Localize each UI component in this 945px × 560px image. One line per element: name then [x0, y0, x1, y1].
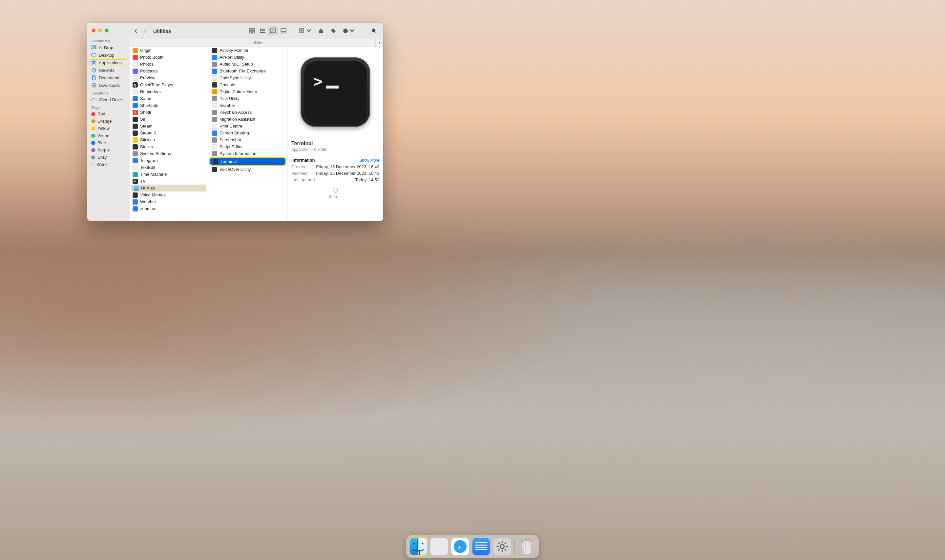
applications-item-reminders[interactable]: Reminders	[131, 88, 207, 95]
utilities-item-print-centre[interactable]: Print Centre	[209, 123, 286, 129]
view-icons-button[interactable]	[247, 26, 257, 35]
applications-item-time-machine[interactable]: Time Machine	[131, 171, 207, 178]
window-minimize-button[interactable]	[98, 29, 102, 32]
path-bar-label[interactable]: Utilities	[250, 40, 264, 45]
item-label: Stickies	[140, 137, 155, 142]
dock-finder[interactable]	[410, 538, 427, 555]
info-key: Modified	[291, 171, 307, 176]
applications-item-safari[interactable]: Safari	[131, 95, 207, 102]
applications-item-stickies[interactable]: Stickies	[131, 136, 207, 143]
sidebar-item-recents[interactable]: Recents	[89, 66, 127, 74]
applications-item-photos[interactable]: ❀Photos	[131, 61, 207, 68]
preview-info-header: Information	[291, 158, 315, 163]
sidebar-item-yellow[interactable]: Yellow	[89, 125, 127, 132]
dock-system-settings[interactable]	[493, 538, 511, 555]
path-bar: Utilities +	[129, 39, 383, 47]
sidebar-item-orange[interactable]: Orange	[89, 118, 127, 125]
applications-item-shortcuts[interactable]: Shortcuts	[131, 102, 207, 109]
utilities-item-digital-colour-meter[interactable]: Digital Colour Meter	[209, 88, 286, 95]
dock-safari[interactable]	[452, 538, 469, 555]
new-tab-button[interactable]: +	[375, 39, 383, 47]
view-switcher	[247, 26, 289, 35]
utilities-item-terminal[interactable]: Terminal	[210, 158, 285, 165]
sidebar-item-red[interactable]: Red	[89, 111, 127, 117]
item-label: QuickTime Player	[140, 82, 174, 87]
sidebar-item-documents[interactable]: Documents	[89, 74, 127, 81]
app-icon	[133, 75, 138, 81]
tags-button[interactable]	[328, 26, 339, 35]
window-close-button[interactable]	[91, 29, 96, 32]
utilities-item-airport-utility[interactable]: AirPort Utility	[209, 54, 286, 61]
app-icon	[212, 69, 217, 74]
nav-forward-button[interactable]	[141, 26, 149, 35]
item-label: Photos	[140, 62, 153, 66]
app-icon	[133, 165, 138, 170]
item-label: Stocks	[140, 144, 153, 149]
view-list-button[interactable]	[257, 26, 268, 35]
applications-item-steam[interactable]: Steam	[131, 123, 207, 129]
group-by-button[interactable]	[297, 26, 314, 35]
preview-more-button[interactable]	[291, 188, 379, 194]
applications-item-telegram[interactable]: Telegram	[131, 157, 207, 164]
applications-item-zoom-us[interactable]: zoom.us	[131, 205, 207, 212]
applications-item-quicktime-player[interactable]: QQuickTime Player	[131, 81, 207, 88]
item-label: Screenshot	[219, 137, 241, 142]
applications-item-weather[interactable]: Weather	[131, 198, 207, 205]
sidebar-item-airdrop[interactable]: AirDrop	[89, 44, 127, 51]
applications-item-shottr[interactable]: SShottr	[131, 109, 207, 116]
view-columns-button[interactable]	[268, 26, 278, 35]
sidebar-section-header: Favourites	[87, 37, 129, 44]
utilities-item-grapher[interactable]: Grapher	[209, 102, 286, 109]
applications-item-stocks[interactable]: Stocks	[131, 143, 207, 150]
applications-item-textedit[interactable]: TextEdit	[131, 164, 207, 171]
sidebar-item-label: Purple	[97, 148, 110, 152]
utilities-item-script-editor[interactable]: Script Editor	[209, 143, 286, 150]
utilities-item-colorsync-utility[interactable]: ColorSync Utility	[209, 74, 286, 81]
sidebar-item-icloud-drive[interactable]: iCloud Drive	[89, 96, 127, 103]
dock-launchpad[interactable]	[430, 538, 448, 555]
applications-item-preview[interactable]: Preview	[131, 74, 207, 81]
utilities-item-voiceover-utility[interactable]: VoiceOver Utility	[209, 166, 286, 173]
show-more-link[interactable]: Show More	[359, 158, 379, 163]
applications-item-photo-booth[interactable]: Photo Booth	[131, 54, 207, 61]
app-icon	[134, 186, 139, 191]
view-gallery-button[interactable]	[278, 26, 289, 35]
applications-item-steam-2[interactable]: Steam 2	[131, 129, 207, 136]
sidebar-item-applications[interactable]: Applications	[89, 59, 127, 66]
applications-item-system-settings[interactable]: System Settings	[131, 150, 207, 157]
utilities-item-console[interactable]: Console	[209, 81, 286, 88]
dock-reminders[interactable]	[473, 538, 490, 555]
utilities-item-system-information[interactable]: System Information	[209, 150, 286, 157]
utilities-item-keychain-access[interactable]: Keychain Access	[209, 109, 286, 116]
sidebar-item-green[interactable]: Green	[89, 132, 127, 139]
sidebar-item-gray[interactable]: Gray	[89, 154, 127, 161]
utilities-item-screenshot[interactable]: Screenshot	[209, 136, 286, 143]
applications-item-origin[interactable]: Origin	[131, 47, 207, 54]
applications-item-siri[interactable]: Siri	[131, 116, 207, 123]
utilities-item-activity-monitor[interactable]: Activity Monitor	[209, 47, 286, 54]
tag-icon	[91, 134, 95, 138]
utilities-item-screen-sharing[interactable]: Screen Sharing	[209, 129, 286, 136]
applications-item-utilities[interactable]: Utilities›	[131, 185, 207, 191]
search-button[interactable]	[369, 26, 379, 35]
utilities-item-bluetooth-file-exchange[interactable]: Bluetooth File Exchange	[209, 68, 286, 74]
applications-item-tv[interactable]: tvTV	[131, 178, 207, 185]
sidebar-item-desktop[interactable]: Desktop	[89, 51, 127, 59]
sidebar-item-work[interactable]: Work	[89, 161, 127, 168]
nav-back-button[interactable]	[132, 26, 140, 35]
sidebar-item-downloads[interactable]: Downloads	[89, 82, 127, 89]
utilities-item-migration-assistant[interactable]: Migration Assistant	[209, 116, 286, 123]
dock-trash[interactable]	[518, 538, 536, 555]
svg-point-39	[336, 190, 337, 191]
applications-item-podcasts[interactable]: Podcasts	[131, 68, 207, 74]
action-button[interactable]	[341, 26, 357, 35]
applications-item-voice-memos[interactable]: Voice Memos	[131, 191, 207, 198]
utilities-item-audio-midi-setup[interactable]: Audio MIDI Setup	[209, 61, 286, 68]
window-fullscreen-button[interactable]	[105, 29, 109, 32]
utilities-item-disk-utility[interactable]: Disk Utility	[209, 95, 286, 102]
sidebar-item-label: Documents	[99, 75, 120, 80]
sidebar-item-purple[interactable]: Purple	[89, 146, 127, 154]
sidebar-item-blue[interactable]: Blue	[89, 139, 127, 146]
share-button[interactable]	[316, 26, 326, 35]
app-icon	[212, 82, 217, 88]
